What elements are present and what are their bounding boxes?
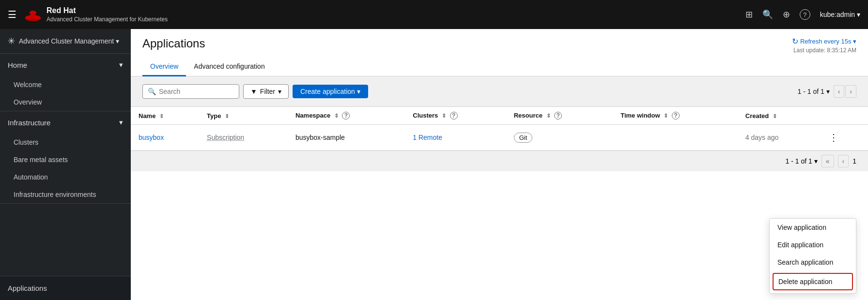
- app-name-link[interactable]: busybox: [139, 134, 164, 141]
- tab-advanced-config[interactable]: Advanced configuration: [186, 58, 272, 76]
- table-wrapper: Name ⇕ Type ⇕ Namespace ⇕ ?: [131, 107, 868, 300]
- page-header: Applications ↻ Refresh every 15s ▾ Last …: [131, 29, 868, 54]
- filter-icon: ▼: [250, 88, 257, 95]
- clusters-sort-icon[interactable]: ⇕: [442, 113, 446, 119]
- resource-help-icon[interactable]: ?: [554, 112, 562, 120]
- sidebar-infrastructure-chevron: ▾: [119, 118, 123, 127]
- created-sort-icon[interactable]: ⇕: [773, 113, 777, 119]
- bottom-first-page-button[interactable]: «: [822, 155, 834, 167]
- search-field-icon: 🔍: [148, 88, 156, 95]
- resource-sort-icon[interactable]: ⇕: [546, 113, 551, 119]
- cluster-selector-label: Advanced Cluster Management ▾: [19, 37, 119, 45]
- cell-namespace: busybox-sample: [288, 125, 405, 150]
- col-name: Name ⇕: [131, 107, 199, 125]
- refresh-label: Refresh every 15s ▾: [800, 38, 856, 45]
- app-resource-badge: Git: [514, 133, 533, 143]
- context-menu-edit[interactable]: Edit application: [770, 236, 856, 254]
- pagination-prev-button[interactable]: ‹: [834, 85, 845, 98]
- user-menu[interactable]: kube:admin ▾: [820, 11, 860, 18]
- circle-plus-icon[interactable]: ⊕: [783, 9, 790, 20]
- redhat-hat-icon: [24, 6, 42, 23]
- sidebar: ✳ Advanced Cluster Management ▾ Home ▾ W…: [0, 29, 131, 300]
- pagination-info: 1 - 1 of 1 ▾: [798, 88, 830, 95]
- table-header-row: Name ⇕ Type ⇕ Namespace ⇕ ?: [131, 107, 868, 125]
- cell-time-window: [613, 125, 738, 150]
- col-resource: Resource ⇕ ?: [506, 107, 613, 125]
- col-clusters: Clusters ⇕ ?: [405, 107, 506, 125]
- cell-name: busybox: [131, 125, 199, 150]
- sidebar-item-clusters[interactable]: Clusters: [0, 134, 131, 151]
- app-namespace: busybox-sample: [295, 134, 345, 141]
- navbar-company-name: Red Hat: [46, 6, 168, 16]
- clusters-help-icon[interactable]: ?: [450, 112, 458, 120]
- grid-icon[interactable]: ⊞: [745, 9, 753, 20]
- search-icon[interactable]: 🔍: [762, 9, 773, 20]
- cell-resource: Git: [506, 125, 613, 150]
- bottom-prev-page-button[interactable]: ‹: [838, 155, 849, 167]
- pagination-next-button[interactable]: ›: [845, 85, 856, 98]
- bottom-pagination-bar: 1 - 1 of 1 ▾ « ‹ 1: [131, 150, 868, 171]
- redhat-logo: [24, 6, 42, 23]
- sidebar-item-overview[interactable]: Overview: [0, 93, 131, 111]
- cell-type: Subscription: [199, 125, 288, 150]
- filter-button[interactable]: ▼ Filter ▾: [243, 84, 289, 99]
- app-clusters-link[interactable]: 1 Remote: [413, 134, 442, 141]
- sidebar-home-chevron: ▾: [119, 60, 123, 69]
- sidebar-item-welcome[interactable]: Welcome: [0, 76, 131, 93]
- navbar-actions: ⊞ 🔍 ⊕ ? kube:admin ▾: [745, 9, 860, 20]
- layout: ✳ Advanced Cluster Management ▾ Home ▾ W…: [0, 29, 868, 300]
- sidebar-item-bare-metal[interactable]: Bare metal assets: [0, 151, 131, 168]
- context-menu-view[interactable]: View application: [770, 219, 856, 236]
- cell-row-menu: ⋮: [819, 125, 868, 150]
- sidebar-applications[interactable]: Applications: [0, 276, 131, 300]
- table-row: busybox Subscription busybox-sample 1 Re…: [131, 125, 868, 150]
- pagination-nav: ‹ ›: [834, 85, 856, 98]
- tab-overview[interactable]: Overview: [142, 58, 186, 76]
- navbar-product-name: Advanced Cluster Management for Kubernet…: [46, 16, 168, 24]
- context-menu-delete[interactable]: Delete application: [773, 273, 853, 290]
- search-wrapper: 🔍: [142, 84, 239, 99]
- sidebar-item-infra-envs[interactable]: Infrastructure environments: [0, 186, 131, 203]
- namespace-sort-icon[interactable]: ⇕: [334, 113, 339, 119]
- col-type: Type ⇕: [199, 107, 288, 125]
- namespace-help-icon[interactable]: ?: [342, 112, 350, 120]
- col-namespace: Namespace ⇕ ?: [288, 107, 405, 125]
- context-menu: View application Edit application Search…: [769, 218, 856, 294]
- sidebar-home-header[interactable]: Home ▾: [0, 54, 131, 76]
- cluster-selector[interactable]: ✳ Advanced Cluster Management ▾: [0, 29, 131, 54]
- bottom-page-number: 1: [852, 157, 856, 165]
- cell-clusters: 1 Remote: [405, 125, 506, 150]
- sidebar-infrastructure-label: Infrastructure: [8, 119, 50, 127]
- context-menu-search[interactable]: Search application: [770, 254, 856, 271]
- hamburger-menu-icon[interactable]: ☰: [8, 9, 16, 20]
- sidebar-section-home: Home ▾ Welcome Overview: [0, 54, 131, 111]
- navbar: ☰ Red Hat Advanced Cluster Management fo…: [0, 0, 868, 29]
- sidebar-applications-label: Applications: [8, 284, 47, 292]
- timewindow-sort-icon[interactable]: ⇕: [664, 113, 668, 119]
- sidebar-section-infrastructure: Infrastructure ▾ Clusters Bare metal ass…: [0, 111, 131, 204]
- applications-table: Name ⇕ Type ⇕ Namespace ⇕ ?: [131, 107, 868, 150]
- create-application-button[interactable]: Create application ▾: [293, 85, 368, 98]
- timewindow-help-icon[interactable]: ?: [672, 112, 680, 120]
- bottom-pagination-info: 1 - 1 of 1 ▾: [786, 157, 818, 165]
- refresh-button[interactable]: ↻ Refresh every 15s ▾: [792, 37, 856, 46]
- search-input[interactable]: [159, 88, 234, 95]
- sidebar-home-label: Home: [8, 61, 27, 69]
- sidebar-item-automation[interactable]: Automation: [0, 168, 131, 186]
- page-title: Applications: [142, 37, 205, 50]
- create-label: Create application ▾: [300, 88, 360, 95]
- type-sort-icon[interactable]: ⇕: [225, 113, 229, 119]
- refresh-section: ↻ Refresh every 15s ▾ Last update: 8:35:…: [792, 37, 856, 54]
- col-time-window: Time window ⇕ ?: [613, 107, 738, 125]
- toolbar: 🔍 ▼ Filter ▾ Create application ▾ 1 - 1 …: [131, 76, 868, 107]
- last-update: Last update: 8:35:12 AM: [793, 47, 856, 54]
- navbar-title-group: Red Hat Advanced Cluster Management for …: [46, 6, 168, 23]
- col-actions: [819, 107, 868, 125]
- col-created: Created ⇕: [738, 107, 820, 125]
- main-content: Applications ↻ Refresh every 15s ▾ Last …: [131, 29, 868, 300]
- help-icon[interactable]: ?: [800, 9, 810, 20]
- sidebar-infrastructure-header[interactable]: Infrastructure ▾: [0, 111, 131, 134]
- name-sort-icon[interactable]: ⇕: [159, 113, 164, 119]
- app-created: 4 days ago: [745, 134, 779, 141]
- row-menu-button[interactable]: ⋮: [827, 132, 840, 143]
